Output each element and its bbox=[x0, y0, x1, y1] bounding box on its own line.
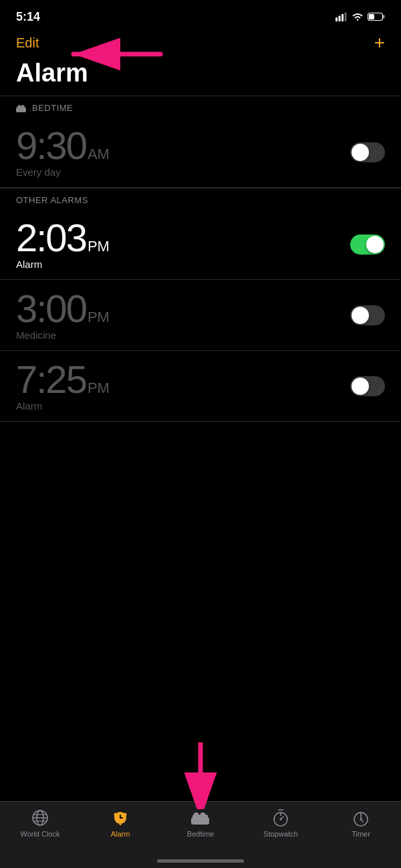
header: Edit + bbox=[0, 29, 401, 55]
tab-world-clock[interactable]: World Clock bbox=[0, 809, 80, 838]
svg-rect-12 bbox=[21, 105, 24, 108]
alarm-item-other-1[interactable]: 2:03 PM Alarm bbox=[0, 209, 401, 280]
svg-rect-3 bbox=[345, 13, 347, 22]
tab-timer-label: Timer bbox=[352, 830, 370, 838]
alarm-info: 9:30 AM Every day bbox=[16, 126, 110, 178]
alarm-item-other-3[interactable]: 7:25 PM Alarm bbox=[0, 351, 401, 422]
svg-point-25 bbox=[124, 813, 127, 817]
tab-bedtime-label: Bedtime bbox=[187, 830, 214, 838]
stopwatch-tab-icon bbox=[271, 809, 290, 827]
svg-rect-28 bbox=[194, 813, 198, 817]
alarm-label: Every day bbox=[16, 166, 110, 178]
svg-rect-0 bbox=[336, 17, 338, 21]
status-bar: 5:14 bbox=[0, 0, 401, 29]
svg-point-37 bbox=[360, 819, 362, 821]
alarm-toggle-other-2[interactable] bbox=[350, 305, 385, 325]
tab-bedtime[interactable]: Bedtime bbox=[160, 809, 241, 838]
tab-alarm-label: Alarm bbox=[111, 830, 130, 838]
svg-rect-10 bbox=[17, 106, 25, 109]
toggle-thumb-2 bbox=[352, 307, 369, 324]
alarm-ampm-3: PM bbox=[88, 380, 110, 397]
tab-stopwatch-label: Stopwatch bbox=[263, 830, 297, 838]
tab-world-clock-label: World Clock bbox=[20, 830, 59, 838]
toggle-thumb-1 bbox=[366, 236, 384, 253]
signal-icon bbox=[336, 12, 348, 21]
battery-icon bbox=[368, 12, 385, 21]
alarm-time-display-1: 2:03 PM bbox=[16, 219, 110, 257]
add-button[interactable]: + bbox=[374, 33, 385, 52]
wifi-icon bbox=[352, 12, 364, 21]
svg-point-34 bbox=[280, 819, 282, 821]
tab-timer[interactable]: Timer bbox=[321, 809, 401, 838]
alarm-toggle-bedtime-1[interactable] bbox=[350, 142, 385, 162]
svg-rect-21 bbox=[120, 824, 122, 825]
timer-tab-icon bbox=[352, 809, 370, 827]
status-time: 5:14 bbox=[16, 10, 40, 24]
bed-icon bbox=[16, 104, 27, 113]
alarm-label-1: Alarm bbox=[16, 259, 110, 270]
alarm-label-2: Medicine bbox=[16, 329, 110, 341]
alarm-item-bedtime-1[interactable]: 9:30 AM Every day bbox=[0, 117, 401, 188]
alarm-label-3: Alarm bbox=[16, 400, 110, 412]
edit-button[interactable]: Edit bbox=[16, 35, 39, 51]
alarm-time-value-3: 7:25 bbox=[16, 360, 86, 399]
status-icons bbox=[336, 12, 385, 21]
section-other-label: OTHER ALARMS bbox=[16, 195, 88, 205]
alarm-time-display: 9:30 AM bbox=[16, 126, 110, 165]
alarm-time-display-3: 7:25 PM bbox=[16, 360, 110, 399]
svg-rect-1 bbox=[339, 16, 341, 22]
tab-stopwatch[interactable]: Stopwatch bbox=[241, 809, 321, 838]
section-bedtime-header: BEDTIME bbox=[0, 96, 401, 117]
toggle-thumb-3 bbox=[352, 378, 369, 395]
bottom-arrow-annotation bbox=[160, 742, 241, 809]
alarm-info-2: 3:00 PM Medicine bbox=[16, 289, 110, 341]
alarm-ampm-2: PM bbox=[88, 309, 110, 326]
section-bedtime-label: BEDTIME bbox=[32, 103, 73, 113]
alarm-toggle-other-3[interactable] bbox=[350, 376, 385, 396]
toggle-thumb bbox=[352, 144, 369, 161]
alarm-time-value-1: 2:03 bbox=[16, 219, 86, 257]
section-other-header: OTHER ALARMS bbox=[0, 188, 401, 209]
world-clock-icon bbox=[31, 809, 49, 827]
alarm-tab-icon bbox=[111, 809, 130, 827]
tab-bar: World Clock Alarm bbox=[0, 801, 401, 868]
alarm-time-display-2: 3:00 PM bbox=[16, 289, 110, 328]
alarm-item-other-2[interactable]: 3:00 PM Medicine bbox=[0, 280, 401, 351]
alarm-toggle-other-1[interactable] bbox=[350, 235, 385, 255]
tab-alarm[interactable]: Alarm bbox=[80, 809, 160, 838]
alarm-ampm-1: PM bbox=[88, 238, 110, 255]
page-title: Alarm bbox=[0, 55, 401, 96]
alarm-time-value: 9:30 bbox=[16, 126, 86, 165]
svg-rect-5 bbox=[383, 15, 385, 19]
bedtime-tab-icon bbox=[191, 809, 210, 827]
svg-point-24 bbox=[114, 813, 118, 817]
alarm-info-1: 2:03 PM Alarm bbox=[16, 219, 110, 270]
svg-rect-2 bbox=[342, 14, 344, 21]
svg-rect-11 bbox=[18, 105, 21, 108]
home-indicator bbox=[157, 859, 244, 863]
alarm-ampm: AM bbox=[88, 146, 110, 163]
svg-rect-6 bbox=[369, 14, 374, 19]
svg-rect-29 bbox=[200, 813, 205, 817]
alarm-time-value-2: 3:00 bbox=[16, 289, 86, 328]
alarm-info-3: 7:25 PM Alarm bbox=[16, 360, 110, 412]
